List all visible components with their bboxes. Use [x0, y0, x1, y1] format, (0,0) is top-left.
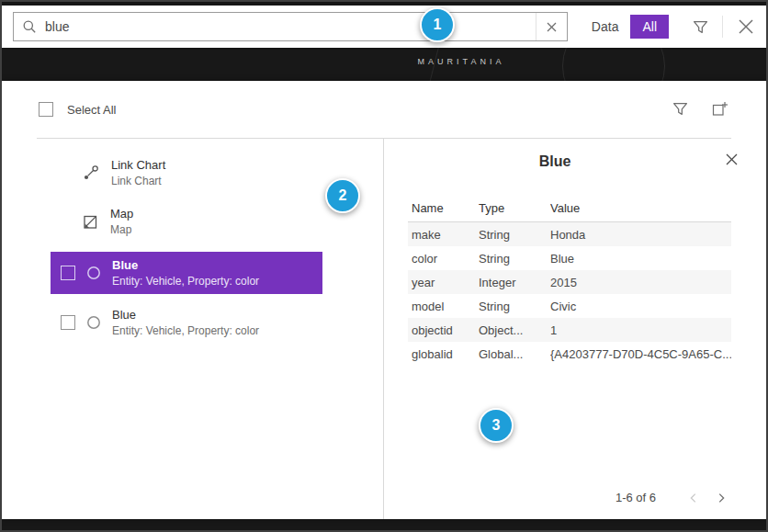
filter-option-all[interactable]: All: [630, 15, 669, 39]
search-toolbar: Data All: [2, 6, 766, 48]
cell-value: Honda: [550, 228, 731, 242]
entity-circle-icon: [86, 266, 101, 280]
table-row: globalid Global... {A4203777-D70D-4C5C-9…: [408, 342, 731, 366]
pagination-range: 1-6 of 6: [616, 491, 656, 504]
list-item-title: Map: [110, 207, 133, 221]
list-item-blue-selected[interactable]: Blue Entity: Vehicle, Property: color: [51, 252, 322, 294]
callout-badge-1: 1: [420, 7, 455, 42]
list-item-subtitle: Entity: Vehicle, Property: color: [112, 275, 259, 288]
list-item-title: Link Chart: [111, 158, 165, 172]
add-item-icon[interactable]: [712, 101, 728, 117]
map-icon: [83, 214, 98, 230]
cell-name: make: [408, 228, 479, 242]
cell-value: Blue: [550, 252, 731, 266]
cell-value: 1: [550, 323, 731, 337]
cell-value: 2015: [550, 276, 731, 289]
list-item-subtitle: Link Chart: [111, 175, 165, 187]
cell-value: {A4203777-D70D-4C5C-9A65-C...: [550, 347, 731, 361]
clear-icon: [546, 21, 558, 33]
column-header-type: Type: [479, 201, 550, 215]
select-all-row[interactable]: Select All: [39, 102, 116, 117]
pagination: 1-6 of 6: [616, 491, 735, 504]
cell-name: color: [408, 252, 479, 266]
cell-type: String: [479, 252, 550, 266]
toolbar-right: Data All: [592, 15, 755, 39]
table-header-row: Name Type Value: [408, 194, 731, 222]
cell-name: globalid: [408, 347, 479, 361]
list-item-title: Blue: [112, 308, 259, 322]
list-item-blue[interactable]: Blue Entity: Vehicle, Property: color: [51, 301, 322, 344]
item-checkbox[interactable]: [61, 315, 75, 330]
table-row: model String Civic: [408, 294, 731, 318]
cell-type: Integer: [479, 276, 550, 289]
cell-type: Global...: [479, 347, 550, 361]
map-background: MAURITANIA: [2, 48, 766, 81]
search-input[interactable]: [45, 13, 536, 40]
table-row: objectid Object... 1: [408, 318, 731, 342]
cell-name: model: [408, 300, 479, 313]
cell-name: objectid: [408, 323, 479, 337]
search-icon: [22, 19, 37, 34]
chevron-right-icon: [715, 492, 728, 504]
list-item-subtitle: Map: [110, 223, 133, 236]
table-row: color String Blue: [408, 246, 731, 270]
filter-option-data[interactable]: Data: [592, 19, 619, 34]
select-all-label: Select All: [67, 103, 116, 117]
select-all-checkbox[interactable]: [39, 102, 53, 117]
map-country-label: MAURITANIA: [388, 57, 535, 66]
search-results-panel: Select All Link Chart Link Chart: [2, 81, 766, 519]
panel-actions: [672, 101, 728, 117]
close-icon: [737, 17, 755, 36]
map-decoration: [562, 48, 665, 81]
cell-name: year: [408, 276, 479, 289]
column-header-value: Value: [550, 201, 731, 215]
column-header-name: Name: [408, 201, 479, 215]
cell-type: String: [479, 300, 550, 313]
filter-icon[interactable]: [672, 101, 688, 117]
map-background-bottom: [2, 519, 766, 530]
chevron-left-icon: [687, 492, 700, 504]
details-pane: Blue Name Type Value make String Honda: [384, 139, 766, 519]
callout-badge-3: 3: [479, 408, 514, 443]
list-item-link-chart[interactable]: Link Chart Link Chart: [83, 158, 165, 187]
close-search-button[interactable]: [737, 17, 755, 36]
cell-value: Civic: [550, 300, 731, 313]
app-window: Data All MAURITANIA Select All: [0, 0, 768, 532]
details-title: Blue: [384, 153, 726, 170]
table-row: make String Honda: [408, 222, 731, 246]
cell-type: Object...: [479, 323, 550, 337]
link-chart-icon: [83, 164, 99, 181]
item-checkbox[interactable]: [61, 266, 75, 280]
list-item-title: Blue: [112, 258, 259, 272]
cell-type: String: [479, 228, 550, 242]
attribute-table: Name Type Value make String Honda color …: [408, 194, 731, 366]
search-box: [13, 12, 568, 41]
details-close-button[interactable]: [725, 153, 739, 166]
close-icon: [725, 153, 739, 166]
filter-icon[interactable]: [693, 19, 708, 35]
clear-search-button[interactable]: [536, 13, 567, 40]
list-item-map[interactable]: Map Map: [83, 207, 133, 236]
previous-page-button[interactable]: [680, 492, 707, 504]
toolbar-divider: [722, 16, 723, 38]
next-page-button[interactable]: [707, 492, 735, 504]
entity-circle-icon: [86, 315, 101, 330]
callout-badge-2: 2: [325, 178, 360, 213]
table-row: year Integer 2015: [408, 270, 731, 294]
list-item-subtitle: Entity: Vehicle, Property: color: [112, 324, 259, 337]
